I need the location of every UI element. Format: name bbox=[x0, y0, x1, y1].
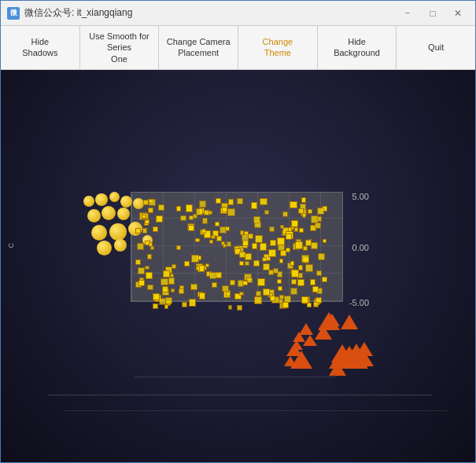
scatter-square bbox=[227, 241, 231, 246]
scatter-square bbox=[179, 288, 184, 294]
scatter-square bbox=[162, 286, 168, 292]
change-theme-button[interactable]: ChangeTheme bbox=[238, 26, 318, 69]
scatter-square bbox=[298, 208, 304, 214]
scatter-square bbox=[291, 270, 299, 277]
scatter-square bbox=[299, 228, 303, 232]
scatter-square bbox=[239, 252, 245, 258]
scatter-square bbox=[215, 222, 220, 226]
scatter-square bbox=[153, 293, 160, 300]
scatter-square bbox=[223, 244, 227, 248]
scatter-square bbox=[228, 305, 232, 309]
scatter-square bbox=[147, 254, 153, 259]
hide-shadows-button[interactable]: HideShadows bbox=[1, 26, 80, 69]
scatter-square bbox=[303, 246, 308, 251]
scatter-square bbox=[190, 284, 197, 291]
scatter-square bbox=[239, 261, 244, 266]
scatter-square bbox=[277, 279, 282, 284]
hide-background-button[interactable]: HideBackground bbox=[318, 26, 397, 69]
camera-placement-button[interactable]: Change CameraPlacement bbox=[159, 26, 238, 69]
scatter-square bbox=[317, 216, 323, 222]
sphere bbox=[101, 206, 116, 220]
window-controls: － □ ✕ bbox=[397, 6, 469, 21]
scatter-square bbox=[145, 219, 149, 223]
scatter-square bbox=[135, 228, 141, 233]
scatter-triangle bbox=[341, 314, 358, 329]
smooth-series-button[interactable]: Use Smooth for SeriesOne bbox=[80, 26, 160, 69]
scatter-square bbox=[240, 230, 245, 235]
scatter-square bbox=[156, 215, 163, 222]
minimize-button[interactable]: － bbox=[397, 6, 419, 21]
scatter-square bbox=[195, 238, 199, 242]
sphere bbox=[109, 192, 120, 202]
scatter-square bbox=[171, 288, 175, 292]
scatter-square bbox=[191, 255, 199, 263]
toolbar: HideShadows Use Smooth for SeriesOne Cha… bbox=[1, 26, 475, 70]
scatter-square bbox=[273, 268, 279, 274]
scatter-square bbox=[211, 235, 215, 239]
scatter-triangle bbox=[290, 340, 303, 350]
close-button[interactable]: ✕ bbox=[447, 6, 469, 21]
scatter-square bbox=[222, 207, 227, 212]
scatter-square bbox=[216, 236, 221, 241]
scatter-square bbox=[202, 218, 208, 223]
scatter-square bbox=[176, 245, 181, 250]
scatter-square bbox=[184, 261, 190, 266]
scatter-square bbox=[239, 292, 243, 296]
scatter-square bbox=[246, 277, 253, 284]
scatter-squares bbox=[127, 184, 355, 322]
scatter-square bbox=[277, 237, 285, 245]
scatter-square bbox=[307, 303, 312, 308]
scatter-square bbox=[260, 243, 268, 251]
scatter-square bbox=[323, 239, 327, 243]
scatter-square bbox=[153, 226, 158, 232]
scatter-square bbox=[263, 288, 270, 296]
maximize-button[interactable]: □ bbox=[422, 6, 444, 21]
scatter-square bbox=[164, 304, 169, 309]
scatter-square bbox=[230, 280, 234, 285]
scatter-square bbox=[138, 280, 145, 286]
scatter-square bbox=[237, 305, 242, 311]
scatter-square bbox=[288, 227, 293, 232]
scatter-square bbox=[242, 281, 248, 286]
scatter-square bbox=[172, 264, 176, 269]
scatter-square bbox=[163, 270, 170, 277]
scatter-square bbox=[301, 197, 307, 203]
scatter-square bbox=[291, 279, 297, 285]
chart-area: C 5.00 0.00 -5.00 bbox=[1, 70, 475, 462]
scatter-square bbox=[158, 204, 164, 211]
floor-line-2 bbox=[64, 410, 448, 411]
sphere bbox=[83, 196, 94, 207]
scatter-square bbox=[186, 204, 194, 212]
scatter-square bbox=[305, 264, 313, 272]
scatter-square bbox=[252, 243, 258, 249]
scatter-square bbox=[149, 242, 153, 247]
scatter-square bbox=[301, 296, 308, 303]
sphere bbox=[95, 193, 108, 206]
quit-button[interactable]: Quit bbox=[397, 26, 475, 69]
scatter-square bbox=[290, 201, 297, 208]
scatter-square bbox=[182, 302, 186, 307]
bottom-grid-line bbox=[135, 377, 335, 377]
sphere bbox=[97, 241, 112, 255]
scatter-square bbox=[225, 226, 230, 231]
scatter-square bbox=[253, 260, 260, 266]
scatter-square bbox=[254, 296, 262, 304]
scatter-square bbox=[161, 278, 168, 285]
scatter-square bbox=[209, 240, 213, 244]
scatter-square bbox=[145, 266, 149, 270]
scatter-square bbox=[282, 302, 289, 308]
scatter-square bbox=[295, 241, 303, 249]
scatter-square bbox=[311, 242, 318, 249]
scatter-square bbox=[149, 199, 155, 205]
scatter-square bbox=[226, 292, 231, 296]
scatter-square bbox=[312, 286, 319, 292]
main-window: 微 微信公众号: it_xiangqiang － □ ✕ HideShadows… bbox=[0, 0, 476, 463]
scatter-square bbox=[282, 211, 288, 217]
scatter-square bbox=[242, 240, 249, 246]
scatter-square bbox=[245, 261, 249, 266]
scatter-triangle bbox=[299, 323, 313, 335]
scatter-square bbox=[142, 228, 147, 233]
scatter-square bbox=[255, 235, 263, 243]
scatter-square bbox=[316, 270, 322, 276]
scatter-square bbox=[270, 240, 276, 246]
